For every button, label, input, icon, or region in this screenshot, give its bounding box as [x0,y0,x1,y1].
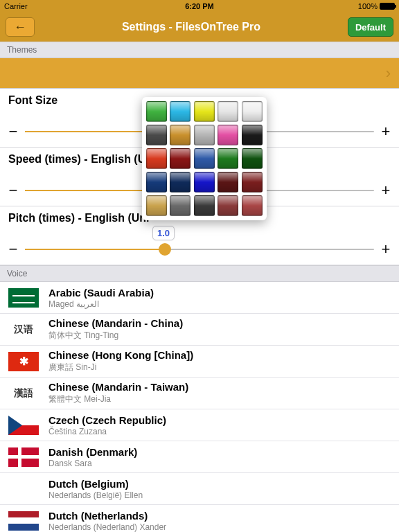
clock: 6:20 PM [0,2,399,10]
theme-row[interactable]: › [0,58,399,89]
battery-icon [380,3,395,10]
plus-button[interactable]: + [381,123,391,141]
voice-name: Czech (Czech Republic) [48,414,166,426]
minus-button[interactable]: − [8,123,18,141]
voice-sub: 廣東話 Sin-Ji [48,362,193,373]
flag-icon: 漢語 [8,384,39,403]
voice-row[interactable]: Chinese (Hong Kong [China])廣東話 Sin-Ji [0,346,399,378]
color-grid [146,101,263,216]
voice-sub: 简体中文 Ting-Ting [48,330,183,342]
voice-name: Danish (Denmark) [48,446,137,458]
color-swatch[interactable] [194,148,215,169]
chevron-right-icon: › [386,64,391,82]
voice-name: Chinese (Mandarin - China) [48,317,183,329]
voice-row[interactable]: Danish (Denmark)Dansk Sara [0,441,399,473]
flag-icon [8,511,39,531]
voice-sub: Čeština Zuzana [48,427,166,436]
voice-name: Chinese (Mandarin - Taiwan) [48,381,188,393]
color-swatch[interactable] [194,195,215,216]
voice-sub: Maged العربية [48,299,154,309]
color-swatch[interactable] [218,101,238,122]
voice-sub: 繁體中文 Mei-Jia [48,393,188,405]
voice-row[interactable]: Dutch (Belgium)Nederlands (België) Ellen [0,473,399,505]
color-swatch[interactable] [242,101,263,122]
voice-sub: Nederlands (België) Ellen [48,490,143,500]
status-bar: Carrier 6:20 PM 100% [0,0,399,12]
nav-bar: ← Settings - FilesOnTree Pro Default [0,12,399,42]
minus-button[interactable]: − [8,240,18,258]
flag-icon: 汉语 [8,320,39,339]
color-swatch[interactable] [170,195,190,216]
color-swatch[interactable] [218,195,238,216]
color-swatch[interactable] [146,195,167,216]
flag-icon [8,479,39,499]
page-title: Settings - FilesOnTree Pro [122,21,260,33]
back-arrow-icon: ← [14,20,26,35]
color-swatch[interactable] [170,148,190,169]
color-swatch[interactable] [170,125,190,145]
flag-icon [8,416,39,435]
color-swatch[interactable] [242,172,263,193]
section-header-themes: Themes [0,42,399,58]
color-swatch[interactable] [194,101,215,122]
voice-sub: Dansk Sara [48,459,137,468]
color-swatch[interactable] [242,125,263,145]
slider-value-bubble: 1.0 [152,226,175,240]
color-swatch[interactable] [146,125,167,145]
color-swatch[interactable] [242,195,263,216]
flag-icon [8,447,39,467]
color-swatch[interactable] [218,125,238,145]
voice-row[interactable]: Czech (Czech Republic)Čeština Zuzana [0,409,399,441]
color-swatch[interactable] [218,148,238,169]
minus-button[interactable]: − [8,181,18,200]
color-swatch[interactable] [194,172,215,193]
color-swatch[interactable] [170,172,190,193]
color-swatch[interactable] [218,172,238,193]
voice-row[interactable]: 汉语Chinese (Mandarin - China)简体中文 Ting-Ti… [0,314,399,346]
color-swatch[interactable] [242,148,263,169]
flag-icon [8,352,39,371]
plus-button[interactable]: + [381,240,391,258]
back-button[interactable]: ← [6,17,35,37]
slider-track[interactable] [25,249,374,250]
voice-name: Arabic (Saudi Arabia) [48,287,154,299]
voice-row[interactable]: Dutch (Netherlands)Nederlands (Nederland… [0,505,399,532]
color-swatch[interactable] [146,101,167,122]
voice-name: Dutch (Netherlands) [48,510,166,522]
slider-thumb[interactable] [159,243,171,256]
color-swatch[interactable] [194,125,215,145]
color-swatch[interactable] [146,148,167,169]
default-button[interactable]: Default [348,17,393,37]
color-picker-popover [142,97,267,220]
voice-row[interactable]: 漢語Chinese (Mandarin - Taiwan)繁體中文 Mei-Ji… [0,378,399,409]
section-header-voice: Voice [0,265,399,282]
voice-name: Dutch (Belgium) [48,478,143,490]
color-swatch[interactable] [170,101,190,122]
flag-icon [8,288,39,308]
plus-button[interactable]: + [381,181,391,200]
voice-sub: Nederlands (Nederland) Xander [48,522,166,532]
voice-row[interactable]: Arabic (Saudi Arabia)Maged العربية [0,282,399,314]
voice-name: Chinese (Hong Kong [China]) [48,349,193,361]
color-swatch[interactable] [146,172,167,193]
